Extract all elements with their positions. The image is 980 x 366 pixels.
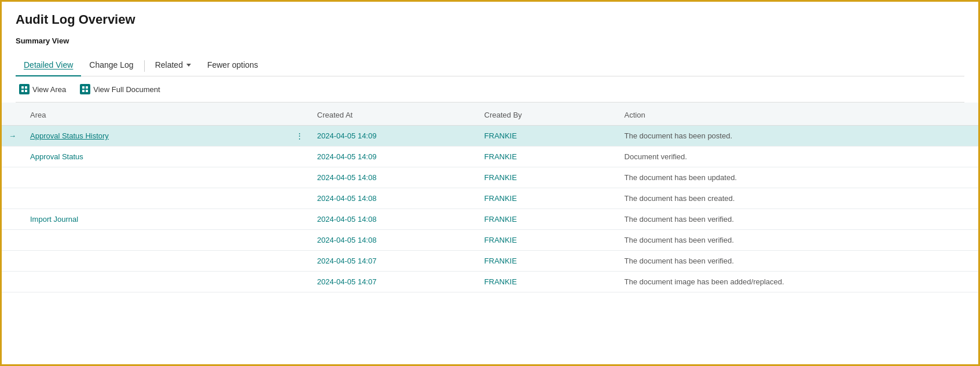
table-row[interactable]: Approval Status2024-04-05 14:09FRANKIEDo… — [2, 147, 978, 167]
row-created-by: FRANKIE — [478, 272, 618, 292]
summary-view-label: Summary View — [16, 36, 964, 45]
view-full-document-icon — [80, 84, 90, 94]
row-arrow-cell — [2, 230, 23, 251]
row-area: Import Journal — [23, 209, 289, 230]
row-area — [23, 272, 289, 292]
view-area-label: View Area — [32, 85, 66, 94]
page-title: Audit Log Overview — [16, 12, 964, 27]
svg-rect-1 — [25, 86, 27, 89]
tab-related[interactable]: Related — [147, 56, 199, 76]
row-arrow-cell: → — [2, 126, 23, 147]
row-menu-dots — [289, 251, 310, 272]
table-row[interactable]: 2024-04-05 14:08FRANKIEThe document has … — [2, 230, 978, 251]
tab-divider — [144, 60, 145, 72]
svg-rect-6 — [82, 90, 85, 92]
tab-bar: Detailed View Change Log Related Fewer o… — [16, 56, 964, 76]
view-area-button[interactable]: View Area — [16, 82, 69, 96]
toolbar: View Area View Full Document — [16, 76, 964, 103]
row-created-at: 2024-04-05 14:09 — [310, 126, 478, 147]
table-row[interactable]: 2024-04-05 14:08FRANKIEThe document has … — [2, 167, 978, 188]
row-area[interactable]: Approval Status History — [23, 126, 289, 147]
row-arrow-cell — [2, 272, 23, 292]
table-row[interactable]: 2024-04-05 14:08FRANKIEThe document has … — [2, 188, 978, 209]
row-action: The document image has been added/replac… — [618, 272, 978, 292]
row-arrow-cell — [2, 209, 23, 230]
svg-rect-5 — [86, 86, 88, 89]
row-created-by: FRANKIE — [478, 230, 618, 251]
row-menu-dots — [289, 147, 310, 167]
table-row[interactable]: 2024-04-05 14:07FRANKIEThe document imag… — [2, 272, 978, 292]
row-created-at: 2024-04-05 14:09 — [310, 147, 478, 167]
row-created-by: FRANKIE — [478, 188, 618, 209]
row-action: Document verified. — [618, 147, 978, 167]
row-created-by: FRANKIE — [478, 167, 618, 188]
view-full-document-button[interactable]: View Full Document — [76, 82, 163, 96]
row-created-by: FRANKIE — [478, 209, 618, 230]
row-created-at: 2024-04-05 14:07 — [310, 251, 478, 272]
row-action: The document has been verified. — [618, 209, 978, 230]
row-area — [23, 188, 289, 209]
row-action: The document has been created. — [618, 188, 978, 209]
row-arrow-cell — [2, 147, 23, 167]
row-action: The document has been posted. — [618, 126, 978, 147]
view-area-icon — [19, 84, 30, 94]
row-created-at: 2024-04-05 14:08 — [310, 188, 478, 209]
page-container: Audit Log Overview Summary View Detailed… — [2, 2, 978, 103]
row-area — [23, 230, 289, 251]
row-created-at: 2024-04-05 14:07 — [310, 272, 478, 292]
col-header-area: Area — [23, 103, 289, 126]
row-menu-dots — [289, 272, 310, 292]
row-arrow-cell — [2, 188, 23, 209]
row-menu-dots — [289, 167, 310, 188]
table-header-row: Area Created At Created By Action — [2, 103, 978, 126]
col-header-created-at: Created At — [310, 103, 478, 126]
tab-fewer-options[interactable]: Fewer options — [199, 56, 266, 76]
row-arrow-cell — [2, 167, 23, 188]
row-created-by: FRANKIE — [478, 126, 618, 147]
row-area — [23, 167, 289, 188]
svg-rect-4 — [82, 86, 85, 89]
col-header-menu — [289, 103, 310, 126]
row-action: The document has been verified. — [618, 230, 978, 251]
related-chevron-down-icon — [186, 64, 191, 67]
table-row[interactable]: →Approval Status History⋮2024-04-05 14:0… — [2, 126, 978, 147]
col-header-action: Action — [618, 103, 978, 126]
row-area — [23, 251, 289, 272]
row-action: The document has been updated. — [618, 167, 978, 188]
row-created-at: 2024-04-05 14:08 — [310, 167, 478, 188]
table-row[interactable]: Import Journal2024-04-05 14:08FRANKIEThe… — [2, 209, 978, 230]
svg-rect-0 — [21, 86, 24, 89]
row-menu-dots — [289, 209, 310, 230]
row-created-by: FRANKIE — [478, 251, 618, 272]
tab-change-log[interactable]: Change Log — [81, 56, 141, 76]
table-section: Area Created At Created By Action →Appro… — [2, 103, 978, 292]
row-menu-dots — [289, 230, 310, 251]
col-header-arrow — [2, 103, 23, 126]
row-created-by: FRANKIE — [478, 147, 618, 167]
view-full-document-label: View Full Document — [93, 85, 160, 94]
row-created-at: 2024-04-05 14:08 — [310, 230, 478, 251]
row-area: Approval Status — [23, 147, 289, 167]
col-header-created-by: Created By — [478, 103, 618, 126]
row-menu-dots — [289, 188, 310, 209]
svg-rect-7 — [86, 90, 88, 92]
tab-detailed-view[interactable]: Detailed View — [16, 56, 81, 76]
row-menu-dots[interactable]: ⋮ — [289, 126, 310, 147]
table-row[interactable]: 2024-04-05 14:07FRANKIEThe document has … — [2, 251, 978, 272]
row-created-at: 2024-04-05 14:08 — [310, 209, 478, 230]
row-arrow-cell — [2, 251, 23, 272]
svg-rect-3 — [25, 90, 27, 92]
svg-rect-2 — [21, 90, 24, 92]
row-action: The document has been verified. — [618, 251, 978, 272]
audit-log-table: Area Created At Created By Action →Appro… — [2, 103, 978, 292]
